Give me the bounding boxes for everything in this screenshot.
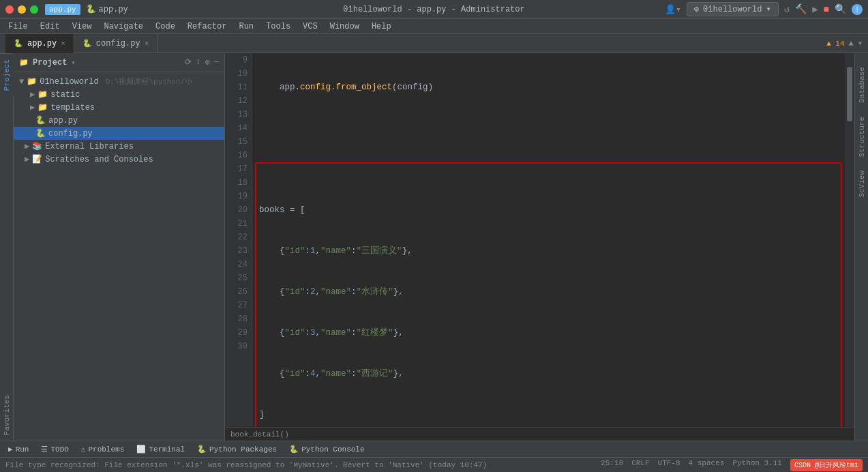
database-tab[interactable]: Database — [858, 67, 866, 103]
warning-indicator[interactable]: ▲ 14 — [826, 40, 844, 48]
tree-external-libs[interactable]: ▶ 📚 External Libraries — [14, 140, 224, 153]
build-icon[interactable]: 🔨 — [795, 3, 807, 15]
code-line-14: {"id":3,"name":"红楼梦"}, — [259, 326, 838, 340]
scroll-thumb[interactable] — [847, 67, 852, 121]
code-line-15: {"id":4,"name":"西游记"}, — [259, 367, 838, 381]
todo-button[interactable]: ☰ TODO — [35, 443, 74, 455]
minimize-panel-icon[interactable]: — — [214, 57, 219, 68]
root-folder-icon: 📁 — [27, 76, 37, 87]
terminal-btn-icon: ⬜ — [136, 445, 146, 454]
scview-tab[interactable]: ScView — [858, 171, 866, 198]
terminal-button[interactable]: ⬜ Terminal — [131, 443, 190, 455]
templates-arrow: ▶ — [30, 102, 35, 113]
minimize-button[interactable] — [18, 5, 26, 14]
code-content[interactable]: app.config.from_object(config) books = [… — [252, 53, 845, 427]
settings-icon[interactable]: ⚙ — [205, 57, 210, 68]
project-header-icons: ⟳ ↕ ⚙ — — [185, 57, 219, 68]
menu-view[interactable]: View — [67, 20, 98, 33]
code-view[interactable]: 9 10 11 12 13 14 15 16 17 18 19 20 21 22… — [225, 53, 854, 427]
apppy-icon: 🐍 — [86, 4, 96, 14]
window-controls[interactable] — [5, 5, 38, 14]
configpy-label: config.py — [48, 129, 93, 138]
run-btn-label: Run — [16, 445, 29, 454]
project-tab-vertical[interactable]: Project — [0, 53, 14, 96]
run-config-label: 01helloworld — [703, 5, 762, 14]
tree-templates[interactable]: ▶ 📁 templates — [14, 101, 224, 114]
app-tab[interactable]: 🐍 app.py — [86, 4, 128, 14]
user-icon[interactable]: 👤▾ — [665, 4, 681, 15]
run-icon[interactable]: ▶ — [812, 3, 818, 15]
project-header: 📁 Project ▾ ⟳ ↕ ⚙ — — [14, 53, 224, 72]
templates-icon: 📁 — [38, 102, 48, 113]
tree-configpy[interactable]: 🐍 config.py — [14, 127, 224, 140]
file-tree: ▼ 📁 01helloworld D:\视频课程\python/小 ▶ 📁 st… — [14, 72, 224, 441]
menu-window[interactable]: Window — [325, 20, 365, 33]
info-icon[interactable]: ! — [852, 4, 863, 15]
templates-label: templates — [50, 103, 95, 113]
maximize-button[interactable] — [30, 5, 38, 14]
lang-version[interactable]: Python 3.11 — [732, 459, 782, 471]
menu-navigate[interactable]: Navigate — [98, 20, 149, 33]
apppy-tab-label: app.py — [99, 5, 128, 14]
tab-apppy[interactable]: 🐍 app.py × — [5, 34, 74, 53]
tab-configpy-label: config.py — [96, 39, 140, 48]
status-right: 25:18 CRLF UTF-8 4 spaces Python 3.11 CS… — [601, 459, 863, 471]
python-console-button[interactable]: 🐍 Python Console — [284, 443, 370, 455]
menu-file[interactable]: File — [3, 20, 33, 33]
status-message-text: File type recognized: File extension '*.… — [5, 461, 487, 469]
python-packages-button[interactable]: 🐍 Python Packages — [192, 443, 282, 455]
tab-configpy-close[interactable]: × — [145, 40, 149, 48]
status-bar: File type recognized: File extension '*.… — [0, 457, 868, 472]
code-line-12: {"id":1,"name":"三国演义"}, — [259, 244, 838, 258]
run-config-selector[interactable]: ⚙ 01helloworld ▾ — [687, 2, 779, 16]
static-label: static — [50, 90, 80, 100]
run-config-icon: ⚙ — [694, 4, 699, 14]
code-line-16: ] — [259, 408, 838, 422]
scrollbar-area[interactable] — [845, 53, 854, 427]
menu-code[interactable]: Code — [150, 20, 181, 33]
favorites-tab-vertical[interactable]: Favorites — [0, 389, 14, 441]
expand-down-icon[interactable]: ▾ — [858, 38, 863, 48]
close-button[interactable] — [5, 5, 14, 14]
packages-btn-icon: 🐍 — [197, 445, 207, 454]
function-breadcrumb: book_detail() — [225, 427, 854, 441]
bottom-toolbar: ▶ Run ☰ TODO ⚠ Problems ⬜ Terminal 🐍 Pyt… — [0, 441, 868, 457]
menu-tools[interactable]: Tools — [260, 20, 296, 33]
tab-configpy-icon: 🐍 — [83, 39, 92, 48]
menu-refactor[interactable]: Refactor — [182, 20, 233, 33]
project-header-title: Project — [33, 58, 67, 68]
line-sep[interactable]: CRLF — [631, 459, 649, 471]
indent[interactable]: 4 spaces — [689, 459, 725, 471]
sync-icon[interactable]: ⟳ — [185, 57, 192, 68]
configpy-file-icon: 🐍 — [35, 128, 46, 138]
menu-help[interactable]: Help — [366, 20, 397, 33]
menu-run[interactable]: Run — [233, 20, 259, 33]
menu-vcs[interactable]: VCS — [297, 20, 323, 33]
cursor-position[interactable]: 25:18 — [601, 459, 623, 471]
encoding[interactable]: UTF-8 — [658, 459, 680, 471]
project-name-badge[interactable]: app.py — [45, 4, 80, 15]
structure-tab[interactable]: Structure — [858, 117, 866, 157]
expand-icon[interactable]: ▲ — [849, 39, 854, 48]
sort-icon[interactable]: ↕ — [196, 57, 200, 68]
tab-configpy[interactable]: 🐍 config.py × — [74, 34, 158, 53]
tree-scratches[interactable]: ▶ 📝 Scratches and Consoles — [14, 153, 224, 166]
code-block-books: books = [ {"id":1,"name":"三国演义"}, {"id":… — [259, 162, 838, 427]
editor-tab-bar: 🐍 app.py × 🐍 config.py × ▲ 14 ▲ ▾ — [0, 34, 868, 53]
todo-btn-label: TODO — [50, 445, 68, 454]
tree-root[interactable]: ▼ 📁 01helloworld D:\视频课程\python/小 — [14, 75, 224, 88]
tab-apppy-close[interactable]: × — [61, 40, 65, 48]
stop-icon[interactable]: ■ — [824, 4, 829, 15]
code-line-10 — [259, 121, 838, 135]
menu-edit[interactable]: Edit — [35, 20, 65, 33]
tree-apppy[interactable]: 🐍 app.py — [14, 114, 224, 127]
extlibs-arrow: ▶ — [25, 141, 29, 151]
search-icon[interactable]: 🔍 — [835, 3, 846, 15]
terminal-btn-label: Terminal — [149, 445, 185, 454]
refresh-icon[interactable]: ↺ — [784, 3, 790, 15]
tree-static[interactable]: ▶ 📁 static — [14, 88, 224, 101]
scratches-icon: 📝 — [32, 154, 42, 164]
project-dropdown-icon[interactable]: ▾ — [71, 59, 75, 67]
problems-button[interactable]: ⚠ Problems — [76, 443, 130, 455]
run-button[interactable]: ▶ Run — [3, 443, 34, 455]
